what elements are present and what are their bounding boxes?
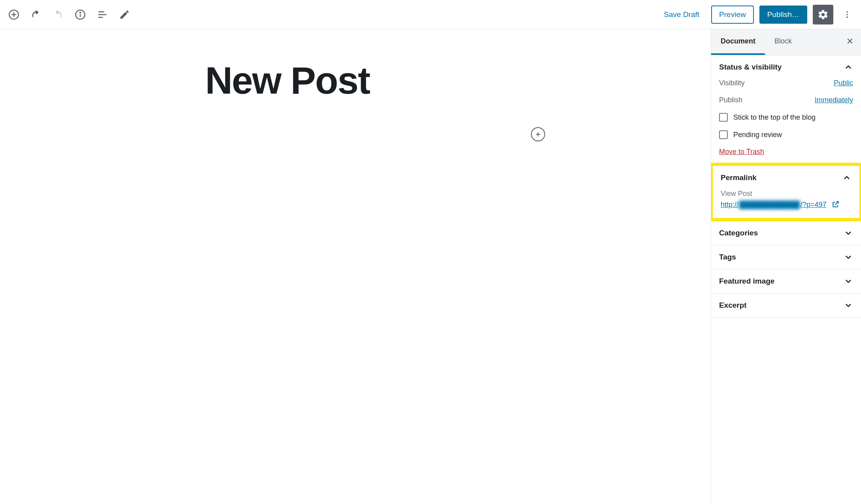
panel-excerpt: Excerpt [711,293,861,318]
save-draft-button[interactable]: Save Draft [657,6,706,23]
sticky-checkbox-row[interactable]: Stick to the top of the blog [719,113,853,122]
sticky-label: Stick to the top of the blog [733,113,816,122]
preview-button[interactable]: Preview [711,6,754,24]
pending-checkbox[interactable] [719,130,728,139]
main-area: New Post Document Block Status & visibil… [0,29,861,504]
post-title[interactable]: New Post [205,61,506,101]
more-options-button[interactable] [839,6,855,23]
redo-button [50,6,66,23]
editor-canvas[interactable]: New Post [0,29,711,504]
publish-label: Publish [719,96,742,104]
panel-tags-title: Tags [719,253,736,261]
block-navigation-button[interactable] [94,6,111,23]
add-block-button[interactable] [6,6,22,23]
permalink-view-label: View Post [721,190,852,198]
tab-document[interactable]: Document [711,29,765,55]
panel-status-visibility: Status & visibility Visibility Public Pu… [711,55,861,164]
svg-point-10 [846,14,848,15]
chevron-down-icon [844,252,853,262]
edit-button[interactable] [116,6,133,23]
panel-permalink: Permalink View Post http://████████████/… [713,166,859,218]
pending-label: Pending review [733,131,782,139]
visibility-value-link[interactable]: Public [834,79,853,87]
settings-sidebar: Document Block Status & visibility Visib… [711,29,861,504]
external-link-icon[interactable] [832,200,840,210]
panel-featured-title: Featured image [719,277,774,286]
panel-permalink-header[interactable]: Permalink [713,166,859,190]
chevron-up-icon [844,62,853,72]
panel-excerpt-header[interactable]: Excerpt [711,293,861,317]
toolbar-right-group: Save Draft Preview Publish… [657,5,855,24]
permalink-url-link[interactable]: http://████████████/?p=497 [721,201,827,209]
panel-tags: Tags [711,245,861,269]
svg-point-9 [846,11,848,13]
panel-permalink-title: Permalink [721,173,757,182]
content-info-button[interactable] [72,6,89,23]
add-block-inline-button[interactable] [531,127,545,141]
tab-block[interactable]: Block [765,29,801,55]
panel-tags-header[interactable]: Tags [711,245,861,269]
panel-excerpt-title: Excerpt [719,301,747,310]
visibility-label: Visibility [719,79,745,87]
settings-button[interactable] [813,5,833,24]
panel-categories: Categories [711,221,861,245]
panel-status-header[interactable]: Status & visibility [711,55,861,79]
toolbar-left-group [6,6,133,23]
chevron-down-icon [844,301,853,310]
chevron-down-icon [844,228,853,238]
chevron-down-icon [844,276,853,286]
close-sidebar-button[interactable] [839,37,861,47]
permalink-url-row: http://████████████/?p=497 [721,200,852,210]
pending-checkbox-row[interactable]: Pending review [719,130,853,139]
panel-featured-header[interactable]: Featured image [711,269,861,293]
panel-featured-image: Featured image [711,269,861,293]
permalink-highlight-box: Permalink View Post http://████████████/… [711,163,861,221]
sticky-checkbox[interactable] [719,113,728,122]
undo-button[interactable] [28,6,44,23]
svg-point-5 [80,12,81,13]
panel-categories-title: Categories [719,229,758,237]
chevron-up-icon [842,173,852,182]
top-toolbar: Save Draft Preview Publish… [0,0,861,29]
sidebar-tabs: Document Block [711,29,861,55]
publish-button[interactable]: Publish… [759,6,807,24]
publish-value-link[interactable]: Immediately [815,96,853,104]
svg-point-11 [846,16,848,18]
move-to-trash-link[interactable]: Move to Trash [719,148,764,156]
panel-categories-header[interactable]: Categories [711,221,861,245]
panel-status-title: Status & visibility [719,63,782,71]
